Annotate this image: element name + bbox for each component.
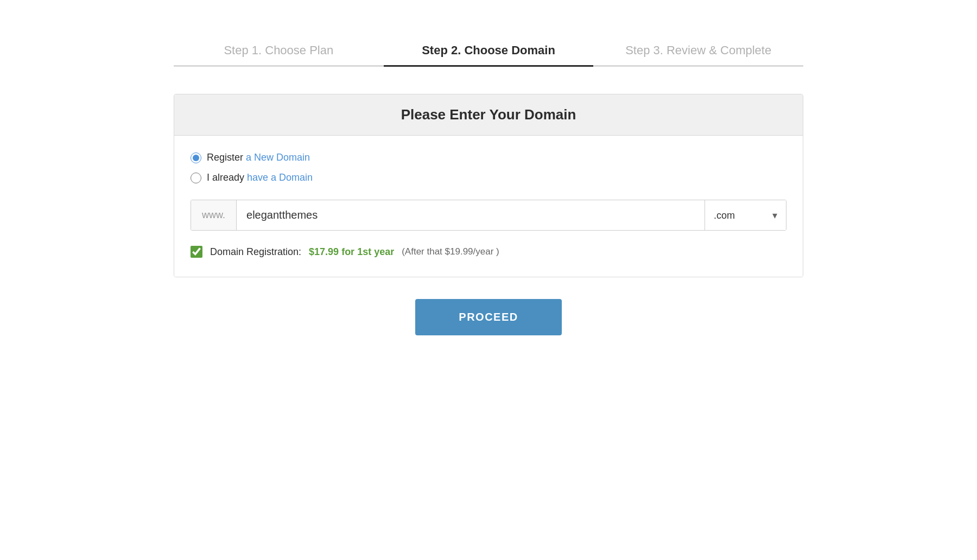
domain-input-row: www. .com .net .org .io .co ▾ [191, 200, 786, 231]
card-heading: Please Enter Your Domain [191, 106, 786, 123]
step-1-underline [174, 65, 384, 67]
step-3-label: Step 3. Review & Complete [625, 43, 771, 65]
step-2-label: Step 2. Choose Domain [422, 43, 555, 65]
radio-group: Register a New Domain I already have a D… [191, 152, 786, 183]
domain-card: Please Enter Your Domain Register a New … [174, 94, 803, 277]
domain-card-header: Please Enter Your Domain [174, 94, 803, 136]
register-label-text: Register a New Domain [207, 152, 310, 163]
proceed-container: PROCEED [174, 299, 803, 335]
step-1-label: Step 1. Choose Plan [224, 43, 333, 65]
domain-text-input[interactable] [237, 200, 705, 230]
step-3-item[interactable]: Step 3. Review & Complete [593, 43, 803, 67]
tld-select-wrapper[interactable]: .com .net .org .io .co ▾ [705, 200, 786, 230]
domain-registration-row: Domain Registration: $17.99 for 1st year… [191, 246, 786, 258]
domain-registration-note: (After that $19.99/year ) [402, 246, 499, 257]
www-prefix: www. [191, 200, 237, 230]
domain-registration-label: Domain Registration: [210, 246, 301, 258]
register-new-domain-option[interactable]: Register a New Domain [191, 152, 786, 163]
tld-select[interactable]: .com .net .org .io .co [714, 210, 777, 221]
step-2-item[interactable]: Step 2. Choose Domain [384, 43, 594, 67]
domain-registration-price: $17.99 for 1st year [309, 246, 394, 258]
domain-card-body: Register a New Domain I already have a D… [174, 136, 803, 277]
already-have-domain-option[interactable]: I already have a Domain [191, 172, 786, 183]
already-label-text: I already have a Domain [207, 172, 313, 183]
steps-nav: Step 1. Choose Plan Step 2. Choose Domai… [174, 43, 803, 67]
page-container: Step 1. Choose Plan Step 2. Choose Domai… [163, 0, 814, 357]
step-1-item[interactable]: Step 1. Choose Plan [174, 43, 384, 67]
register-new-domain-radio[interactable] [191, 152, 201, 163]
have-domain-link[interactable]: have a Domain [247, 172, 313, 183]
step-3-underline [593, 65, 803, 67]
step-2-underline [384, 65, 594, 67]
new-domain-link[interactable]: a New Domain [246, 152, 310, 163]
proceed-button[interactable]: PROCEED [415, 299, 561, 335]
domain-registration-checkbox[interactable] [191, 246, 202, 258]
already-have-domain-radio[interactable] [191, 173, 201, 183]
